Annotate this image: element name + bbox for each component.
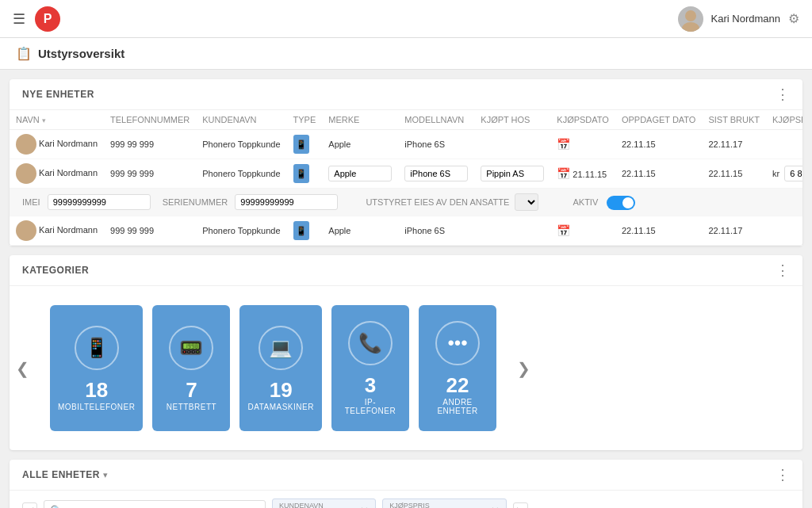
cell-kunde: Phonero Toppkunde xyxy=(196,159,286,189)
cell-sist: 22.11.15 xyxy=(702,159,766,189)
nav-left: ☰ P xyxy=(13,6,60,32)
cell-sist: 22.11.17 xyxy=(702,130,766,159)
cell-type: 📱 xyxy=(287,216,323,246)
phone-type-icon: 📱 xyxy=(293,221,309,240)
category-andre[interactable]: ••• 22 ANDRE ENHETER xyxy=(419,305,496,431)
cell-kjopsdato: 📅 xyxy=(550,216,615,246)
top-navigation: ☰ P Kari Nordmann ⚙ xyxy=(0,0,812,38)
expanded-content: IMEI SERIENUMMER UTSTYRET EIES AV DEN AN… xyxy=(10,189,802,216)
mobile-icon: 📱 xyxy=(75,326,119,370)
scroll-right-button[interactable]: ▶ xyxy=(513,502,528,508)
cell-kjopsdato: 📅 21.11.15 xyxy=(550,159,615,189)
alle-enheter-title-group: ALLE ENHETER ▾ xyxy=(22,469,108,480)
filter-chip-label: KUNDENAVN Phonero Toppkunde xyxy=(279,502,357,508)
cell-modell: iPhone 6S xyxy=(398,216,474,246)
calendar-icon[interactable]: 📅 xyxy=(557,224,570,237)
chevron-down-icon[interactable]: ▾ xyxy=(103,470,108,480)
cell-modell: iPhone 6S xyxy=(398,130,474,159)
merke-input[interactable] xyxy=(328,166,392,181)
th-navn: NAVN ▾ xyxy=(10,110,104,130)
carousel-left-button[interactable]: ❮ xyxy=(13,359,33,378)
tablet-count: 7 xyxy=(186,378,197,403)
filter-chip-label: KJØPSPRIS Kr 8 000,00 - Kr 9 000,00 xyxy=(389,502,488,508)
cell-telefon: 999 99 999 xyxy=(104,159,196,189)
search-input[interactable] xyxy=(44,500,266,508)
eies-select[interactable]: ✓ xyxy=(515,193,538,211)
kategorier-section: KATEGORIER ⋮ ❮ 📱 18 MOBILTELEFONER 📟 7 N… xyxy=(10,255,802,450)
computer-count: 19 xyxy=(270,378,293,403)
ip-count: 3 xyxy=(365,373,376,398)
ip-label: IP-TELEFONER xyxy=(339,398,401,415)
filter-chip-close-icon[interactable]: ✕ xyxy=(491,505,500,509)
tablet-icon: 📟 xyxy=(169,326,213,370)
page-title: Utstyrsoversikt xyxy=(38,47,124,60)
cell-type: 📱 xyxy=(287,159,323,189)
tablet-label: NETTBRETT xyxy=(167,403,216,411)
search-icon: 🔍 xyxy=(50,505,63,509)
user-avatar-icon xyxy=(16,220,36,241)
page-header: 📋 Utstyrsoversikt xyxy=(0,38,812,70)
th-type: TYPE xyxy=(287,110,323,130)
cell-telefon: 999 99 999 xyxy=(104,216,196,246)
cell-oppdaget: 22.11.15 xyxy=(615,130,703,159)
mobile-label: MOBILTELEFONER xyxy=(58,403,135,411)
calendar-icon[interactable]: 📅 xyxy=(557,167,570,180)
svg-point-0 xyxy=(685,10,696,21)
category-mobiltelefoner[interactable]: 📱 18 MOBILTELEFONER xyxy=(50,305,143,431)
th-kunde: KUNDENAVN xyxy=(196,110,286,130)
computer-icon: 💻 xyxy=(259,326,303,370)
filter-chip-kundenavn: KUNDENAVN Phonero Toppkunde ✕ xyxy=(272,498,376,508)
category-nettbrett[interactable]: 📟 7 NETTBRETT xyxy=(152,305,230,431)
table-row: Kari Nordmann 999 99 999 Phonero Toppkun… xyxy=(10,216,802,246)
cell-navn: Kari Nordmann xyxy=(10,159,104,189)
cell-oppdaget: 22.11.15 xyxy=(615,216,703,246)
nye-enheter-table: NAVN ▾ TELEFONNUMMER KUNDENAVN TYPE MERK… xyxy=(10,110,802,246)
user-avatar-icon xyxy=(16,134,36,155)
th-oppdaget: OPPDAGET DATO xyxy=(615,110,703,130)
cell-merke: Apple xyxy=(322,216,398,246)
cell-navn: Kari Nordmann xyxy=(10,130,104,159)
phone-type-icon: 📱 xyxy=(293,135,309,154)
settings-icon[interactable]: ⚙ xyxy=(788,11,799,26)
filter-area: ◀ 🔍 KUNDENAVN Phonero Toppkunde ✕ KJØPSP… xyxy=(10,491,802,508)
user-avatar-icon xyxy=(16,163,36,184)
category-datamaskiner[interactable]: 💻 19 DATAMASKINER xyxy=(239,305,321,431)
kjopt-input[interactable] xyxy=(481,166,544,181)
serienummer-input[interactable] xyxy=(235,194,338,210)
carousel-right-button[interactable]: ❯ xyxy=(514,359,534,378)
pris-input[interactable] xyxy=(784,166,802,181)
nye-enheter-title: NYE ENHETER xyxy=(22,89,94,100)
cell-kjopsdato: 📅 xyxy=(550,130,615,159)
filter-chip-close-icon[interactable]: ✕ xyxy=(360,505,369,509)
scroll-left-button[interactable]: ◀ xyxy=(22,502,37,508)
kategorier-header: KATEGORIER ⋮ xyxy=(10,255,802,286)
nye-enheter-menu-icon[interactable]: ⋮ xyxy=(776,87,790,101)
cell-modell xyxy=(398,159,474,189)
svg-point-1 xyxy=(682,22,699,32)
user-name: Kari Nordmann xyxy=(711,13,780,25)
calendar-icon[interactable]: 📅 xyxy=(557,138,570,151)
category-ip-telefoner[interactable]: 📞 3 IP-TELEFONER xyxy=(331,305,409,431)
aktiv-toggle[interactable] xyxy=(607,196,635,210)
page-header-icon: 📋 xyxy=(16,46,32,61)
categories-row: ❮ 📱 18 MOBILTELEFONER 📟 7 NETTBRETT 💻 19… xyxy=(10,286,802,450)
alle-enheter-menu-icon[interactable]: ⋮ xyxy=(776,468,790,482)
logo: P xyxy=(35,6,60,32)
andre-count: 22 xyxy=(446,373,469,398)
nye-enheter-table-wrapper: NAVN ▾ TELEFONNUMMER KUNDENAVN TYPE MERK… xyxy=(10,110,802,246)
cell-kunde: Phonero Toppkunde xyxy=(196,216,286,246)
modell-input[interactable] xyxy=(404,166,468,181)
table-row: Kari Nordmann 999 99 999 Phonero Toppkun… xyxy=(10,130,802,159)
hamburger-icon[interactable]: ☰ xyxy=(13,10,25,28)
alle-enheter-section: ALLE ENHETER ▾ ⋮ ◀ 🔍 KUNDENAVN Phonero T… xyxy=(10,460,802,508)
cell-telefon: 999 99 999 xyxy=(104,130,196,159)
cell-kjopt xyxy=(474,159,550,189)
mobile-count: 18 xyxy=(85,378,108,403)
andre-label: ANDRE ENHETER xyxy=(427,398,488,415)
kategorier-menu-icon[interactable]: ⋮ xyxy=(776,263,790,277)
th-kjopt: KJØPT HOS xyxy=(474,110,550,130)
cell-kunde: Phonero Toppkunde xyxy=(196,130,286,159)
imei-input[interactable] xyxy=(48,194,151,210)
th-telefon: TELEFONNUMMER xyxy=(104,110,196,130)
phone-type-icon: 📱 xyxy=(293,164,309,183)
